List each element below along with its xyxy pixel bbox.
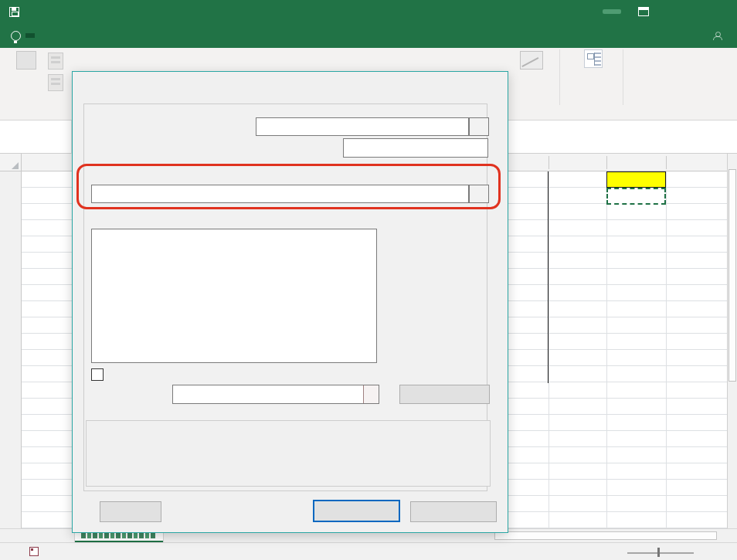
close-button[interactable] (714, 0, 737, 23)
ribbon-divider (623, 49, 623, 105)
constraint-buttons (385, 229, 491, 364)
variables-range-select-button[interactable] (469, 185, 489, 203)
column-e-cells (506, 171, 549, 403)
non-negative-checkbox[interactable] (91, 368, 104, 381)
person-icon (713, 32, 722, 40)
solve-button[interactable] (313, 500, 400, 522)
vertical-scroll-thumb[interactable] (729, 169, 736, 382)
ribbon-display-options-icon[interactable] (638, 7, 649, 16)
dialog-close-button[interactable] (410, 501, 497, 522)
horizontal-scroll-thumb[interactable] (494, 531, 717, 540)
options-button[interactable] (399, 385, 490, 404)
cell-g2-marching-ants[interactable] (606, 188, 666, 205)
help-button[interactable] (100, 501, 161, 522)
from-text-icon[interactable] (48, 53, 63, 70)
forecast-sheet-button[interactable] (511, 51, 552, 80)
cell-g1-discount-header[interactable] (606, 171, 666, 188)
column-a-cells (22, 171, 72, 528)
vertical-scrollbar[interactable] (727, 154, 737, 528)
solving-method-combobox[interactable] (172, 385, 379, 404)
dialog-close-icon[interactable] (481, 76, 498, 93)
title-bar (0, 0, 737, 23)
name-box[interactable] (0, 120, 72, 154)
solver-button[interactable] (630, 54, 635, 68)
titlebar-controls (603, 0, 737, 23)
maximize-button[interactable] (691, 0, 714, 23)
objective-range-select-button[interactable] (469, 117, 489, 136)
row-headers (0, 171, 22, 528)
excel-window (0, 0, 737, 560)
tellme-box[interactable] (25, 33, 35, 38)
method-groupbox (86, 420, 491, 487)
sign-in-button[interactable] (603, 9, 621, 14)
objective-input[interactable] (256, 117, 469, 136)
target-value-input[interactable] (343, 138, 488, 158)
recent-sources-icon[interactable] (48, 74, 63, 91)
ribbon-divider (559, 49, 560, 105)
constraints-listbox[interactable] (91, 229, 377, 363)
zoom-slider-thumb[interactable] (657, 548, 660, 557)
structure-button[interactable] (569, 49, 618, 70)
share-button[interactable] (713, 23, 737, 48)
sheet-tab-clipped-text (81, 532, 157, 538)
structure-icon (584, 49, 603, 68)
macro-record-icon[interactable] (29, 547, 39, 556)
solver-parameters-dialog (72, 71, 508, 533)
select-all-corner[interactable] (0, 154, 22, 171)
combobox-dropdown-icon[interactable] (363, 385, 379, 403)
ribbon-tab-strip (0, 23, 737, 48)
tellme-bulb-icon (11, 31, 21, 41)
zoom-slider-track[interactable] (627, 552, 694, 554)
variables-input[interactable] (91, 185, 469, 203)
status-bar (0, 542, 737, 560)
forecast-chart-icon (520, 51, 543, 70)
minimize-button[interactable] (667, 0, 691, 23)
get-data-button[interactable] (6, 51, 46, 80)
